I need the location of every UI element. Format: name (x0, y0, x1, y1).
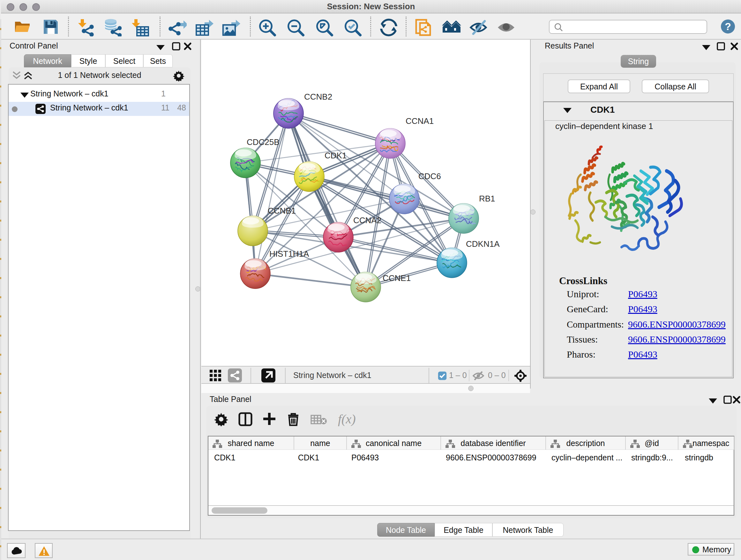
svg-text:CDC6: CDC6 (418, 172, 441, 181)
svg-text:?: ? (725, 21, 731, 32)
svg-text:RB1: RB1 (479, 194, 495, 203)
svg-text:CCNA1: CCNA1 (406, 116, 434, 126)
svg-text:CDK1: CDK1 (325, 151, 347, 160)
svg-text:CCNB2: CCNB2 (304, 92, 332, 102)
svg-text:CCNE1: CCNE1 (383, 273, 411, 283)
svg-text:HIST1H1A: HIST1H1A (269, 249, 309, 259)
svg-text:CDKN1A: CDKN1A (466, 239, 500, 249)
svg-text:CCNA2: CCNA2 (353, 215, 381, 225)
svg-text:CCNB1: CCNB1 (268, 206, 296, 215)
svg-text:CDC25B: CDC25B (247, 137, 280, 147)
